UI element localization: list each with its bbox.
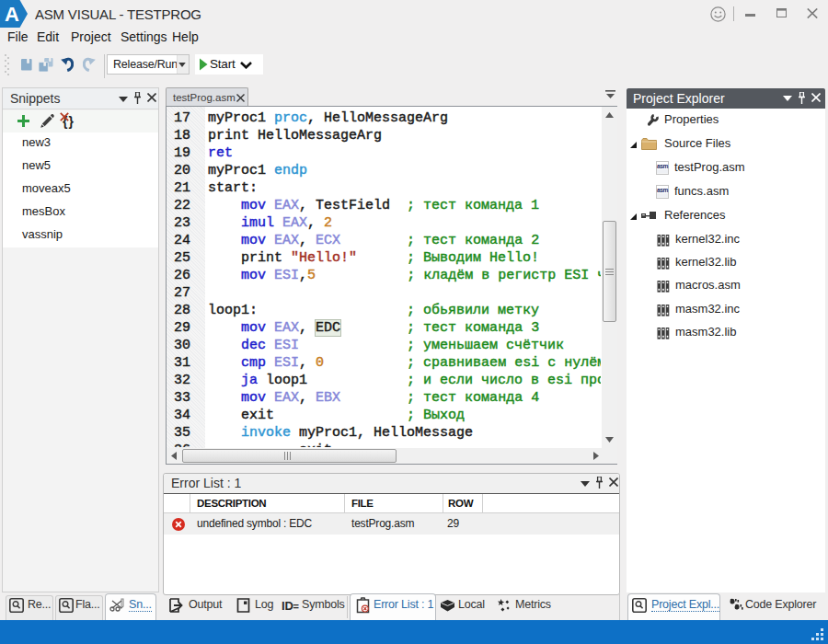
svg-text:asm: asm [657,163,669,169]
svg-text:asm: asm [657,187,669,193]
svg-text:A: A [5,3,19,26]
